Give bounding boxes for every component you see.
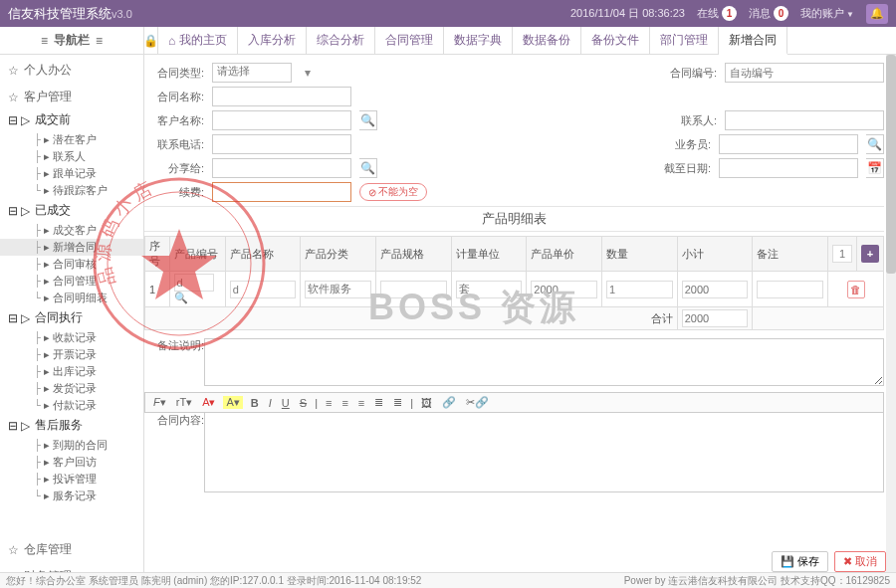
status-left: 您好！综合办公室 系统管理员 陈宪明 (admin) 您的IP:127.0.0.… — [6, 574, 421, 588]
sidebar-group-predeal[interactable]: ⊟ ▷ 成交前 — [0, 108, 143, 131]
sidebar-sub[interactable]: ├▸ 开票记录 — [0, 346, 143, 363]
input-contact[interactable] — [725, 110, 884, 130]
cell-subtotal-input[interactable] — [682, 281, 749, 298]
sidebar-sub[interactable]: ├▸ 出库记录 — [0, 363, 143, 380]
rte-align-right[interactable]: ≡ — [356, 397, 366, 409]
input-customer[interactable] — [212, 110, 351, 130]
my-account-menu[interactable]: 我的账户▼ — [800, 6, 854, 21]
tab-item[interactable]: 合同管理 — [375, 27, 444, 54]
select-contract-type[interactable]: 请选择 — [212, 63, 292, 83]
sidebar-sub-new-contract[interactable]: ├▸ 新增合同 — [0, 239, 143, 256]
input-sales[interactable] — [719, 134, 858, 154]
search-icon[interactable]: 🔍 — [359, 110, 377, 130]
tab-item[interactable]: 备份文件 — [581, 27, 650, 54]
row-index-input[interactable] — [832, 245, 852, 263]
sidebar-sub[interactable]: └▸ 合同明细表 — [0, 290, 143, 306]
rte-link[interactable]: 🔗 — [440, 396, 458, 409]
sidebar-item[interactable]: ☆ 个人办公 — [0, 59, 143, 82]
cell-price-input[interactable] — [531, 281, 597, 298]
tab-item[interactable]: 数据字典 — [444, 27, 513, 54]
status-right: Power by 连云港信友科技有限公司 技术支持QQ：16129825 — [624, 574, 890, 588]
delete-row-button[interactable]: 🗑 — [847, 281, 865, 298]
lock-icon[interactable]: 🔒 — [144, 27, 158, 54]
rte-underline[interactable]: U — [280, 397, 292, 409]
sidebar-sub[interactable]: ├▸ 潜在客户 — [0, 131, 143, 148]
cell-code-input[interactable] — [174, 274, 214, 292]
scrollbar-track[interactable] — [886, 55, 896, 572]
cancel-button[interactable]: ✖取消 — [834, 551, 886, 572]
rte-strike[interactable]: S — [298, 397, 309, 409]
rte-align-left[interactable]: ≡ — [324, 397, 334, 409]
rte-align-center[interactable]: ≡ — [339, 397, 349, 409]
sidebar-sub[interactable]: └▸ 付款记录 — [0, 397, 143, 414]
online-status[interactable]: 在线 1 — [697, 6, 737, 21]
tab-item[interactable]: 综合分析 — [307, 27, 375, 54]
rte-list-ul[interactable]: ≣ — [391, 396, 404, 409]
tab-item[interactable]: 入库分析 — [238, 27, 307, 54]
tab-item[interactable]: 数据备份 — [513, 27, 581, 54]
tab-item[interactable]: 部门管理 — [650, 27, 719, 54]
sidebar-sub[interactable]: ├▸ 到期的合同 — [0, 437, 143, 454]
add-row-button[interactable]: + — [861, 245, 879, 263]
search-icon[interactable]: 🔍 — [866, 134, 884, 154]
cell-unit-input[interactable] — [456, 281, 523, 298]
th-seq: 序号 — [145, 237, 170, 272]
tab-new-contract[interactable]: 新增合同 — [719, 27, 787, 55]
chevron-down-icon[interactable]: ▾ — [300, 66, 316, 80]
sidebar-item[interactable]: ☆ 客户管理 — [0, 86, 143, 108]
search-icon[interactable]: 🔍 — [359, 158, 377, 178]
rte-highlight[interactable]: A▾ — [223, 396, 242, 409]
rte-image[interactable]: 🖼 — [419, 397, 434, 409]
sidebar-sub[interactable]: ├▸ 成交客户 — [0, 222, 143, 239]
tab-home[interactable]: ⌂我的主页 — [158, 27, 238, 54]
cell-qty-input[interactable] — [606, 281, 673, 298]
rte-font-family[interactable]: F▾ — [151, 396, 168, 409]
rte-color[interactable]: A▾ — [200, 396, 217, 409]
rte-list-ol[interactable]: ≣ — [372, 396, 385, 409]
messages-link[interactable]: 消息 0 — [749, 6, 788, 21]
rte-body[interactable] — [204, 413, 884, 492]
sidebar-sub[interactable]: ├▸ 客户回访 — [0, 454, 143, 471]
cell-spec-input[interactable] — [380, 281, 447, 298]
input-until-date[interactable] — [719, 158, 858, 178]
th-name: 产品名称 — [225, 237, 301, 272]
cell-cat-input[interactable] — [305, 281, 371, 298]
rte-bold[interactable]: B — [249, 397, 261, 409]
sidebar-sub[interactable]: ├▸ 联系人 — [0, 148, 143, 165]
scrollbar-thumb[interactable] — [886, 55, 896, 274]
search-icon[interactable]: 🔍 — [174, 292, 188, 303]
sidebar-bottom-item[interactable]: ☆ 财务管理 — [0, 565, 143, 572]
sidebar-sub[interactable]: ├▸ 合同审核 — [0, 256, 143, 273]
input-phone[interactable] — [212, 134, 351, 154]
table-row: 1 🔍 🗑 — [145, 272, 884, 307]
cell-remark-input[interactable] — [757, 281, 823, 298]
sidebar-group-dealt[interactable]: ⊟ ▷ 已成交 — [0, 199, 143, 222]
textarea-remark[interactable] — [204, 338, 884, 386]
sidebar-sub[interactable]: └▸ 待跟踪客户 — [0, 182, 143, 199]
bell-icon[interactable]: 🔔 — [866, 4, 888, 24]
cell-name-input[interactable] — [230, 281, 297, 298]
sidebar-sub[interactable]: ├▸ 投诉管理 — [0, 471, 143, 488]
cell-seq: 1 — [145, 272, 170, 307]
th-price: 产品单价 — [527, 237, 602, 272]
msg-badge: 0 — [774, 6, 788, 21]
calendar-icon[interactable]: 📅 — [866, 158, 884, 178]
save-button[interactable]: 💾保存 — [772, 551, 828, 572]
sidebar-sub[interactable]: ├▸ 跟单记录 — [0, 165, 143, 182]
input-contract-name[interactable] — [212, 87, 351, 106]
input-share[interactable] — [212, 158, 351, 178]
sidebar-sub[interactable]: ├▸ 发货记录 — [0, 380, 143, 397]
rte-italic[interactable]: I — [267, 397, 274, 409]
sidebar-bottom-item[interactable]: ☆ 仓库管理 — [0, 538, 143, 561]
rte-font-size[interactable]: rT▾ — [174, 396, 194, 409]
sidebar-sub[interactable]: └▸ 服务记录 — [0, 488, 143, 504]
sidebar-group-aftersale[interactable]: ⊟ ▷ 售后服务 — [0, 414, 143, 437]
sidebar-group-exec[interactable]: ⊟ ▷ 合同执行 — [0, 306, 143, 329]
form-content: 合同类型: 请选择▾ 合同编号: 合同名称: 客户名称: 🔍 联系人: 联系电话… — [144, 55, 896, 572]
input-contract-no[interactable] — [725, 63, 884, 83]
input-continue[interactable] — [212, 182, 351, 202]
rte-unlink[interactable]: ✂🔗 — [464, 396, 491, 409]
sidebar-sub[interactable]: ├▸ 收款记录 — [0, 329, 143, 346]
home-icon: ⌂ — [168, 34, 175, 48]
sidebar-sub[interactable]: ├▸ 合同管理 — [0, 273, 143, 290]
